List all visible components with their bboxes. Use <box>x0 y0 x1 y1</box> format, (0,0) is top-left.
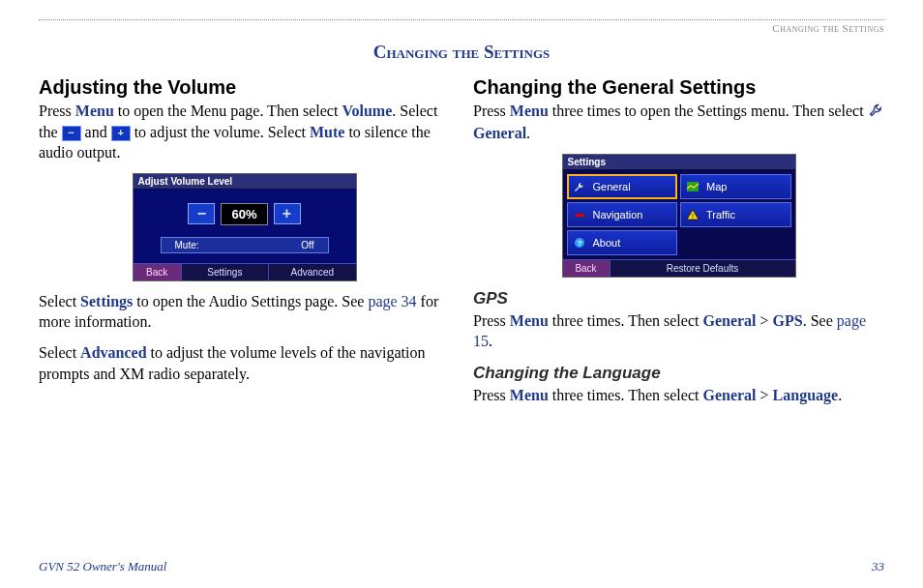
ss2-about[interactable]: ? About <box>567 230 678 255</box>
svg-text:?: ? <box>577 239 581 248</box>
ss1-back-button[interactable]: Back <box>134 264 182 280</box>
wrench-icon <box>572 181 587 192</box>
heading-gps: GPS <box>473 289 884 309</box>
ss1-title: Adjust Volume Level <box>134 174 356 190</box>
heading-general-settings: Changing the General Settings <box>473 76 884 99</box>
ss2-restore-button[interactable]: Restore Defaults <box>610 260 795 277</box>
kw-general-3: General <box>702 387 756 403</box>
ss2-map[interactable]: Map <box>680 174 791 199</box>
kw-advanced: Advanced <box>80 344 146 361</box>
svg-point-2 <box>581 217 582 219</box>
settings-paragraph: Select Settings to open the Audio Settin… <box>39 291 450 333</box>
kw-general: General <box>473 125 526 141</box>
adjust-volume-intro: Press Menu to open the Menu page. Then s… <box>39 101 450 163</box>
car-icon <box>572 209 587 220</box>
minus-icon: − <box>62 126 81 141</box>
wrench-icon <box>868 103 883 124</box>
ss2-back-button[interactable]: Back <box>563 260 610 277</box>
ss2-general[interactable]: General <box>567 174 678 199</box>
about-icon: ? <box>572 237 587 249</box>
ss1-advanced-button[interactable]: Advanced <box>269 264 355 280</box>
heading-language: Changing the Language <box>473 364 884 383</box>
kw-mute: Mute <box>310 124 344 140</box>
left-column: Adjusting the Volume Press Menu to open … <box>39 76 450 416</box>
kw-menu-4: Menu <box>510 387 549 403</box>
mute-label: Mute: <box>175 240 199 250</box>
vol-minus-button[interactable]: − <box>188 203 215 224</box>
footer-manual: GVN 52 Owner's Manual <box>39 559 166 574</box>
kw-menu-3: Menu <box>510 312 549 329</box>
kw-menu-2: Menu <box>510 103 549 119</box>
kw-volume: Volume <box>342 103 392 119</box>
running-header: Changing the Settings <box>39 22 884 34</box>
kw-gps: GPS <box>773 312 803 329</box>
ss2-navigation[interactable]: Navigation <box>567 202 678 227</box>
plus-icon: + <box>111 126 131 141</box>
svg-text:!: ! <box>692 212 694 219</box>
mute-value: Off <box>301 240 313 250</box>
vol-percent: 60% <box>221 203 267 225</box>
general-intro: Press Menu three times to open the Setti… <box>473 101 884 144</box>
kw-menu: Menu <box>75 103 114 119</box>
mute-row[interactable]: Mute: Off <box>161 237 329 253</box>
right-column: Changing the General Settings Press Menu… <box>473 76 884 416</box>
kw-language: Language <box>773 387 839 403</box>
advanced-paragraph: Select Advanced to adjust the volume lev… <box>39 342 450 384</box>
svg-point-1 <box>575 217 577 219</box>
kw-settings: Settings <box>80 293 133 309</box>
ss1-settings-button[interactable]: Settings <box>182 264 269 280</box>
vol-plus-button[interactable]: + <box>274 203 301 224</box>
gps-paragraph: Press Menu three times. Then select Gene… <box>473 310 884 352</box>
screenshot-settings: Settings General Map Navigation ! Traffi… <box>562 154 796 278</box>
page-title: Changing the Settings <box>39 42 884 63</box>
language-paragraph: Press Menu three times. Then select Gene… <box>473 385 884 406</box>
ss2-title: Settings <box>563 155 795 170</box>
traffic-icon: ! <box>685 209 700 220</box>
ss2-traffic[interactable]: ! Traffic <box>680 202 791 227</box>
footer-page-number: 33 <box>872 559 884 574</box>
page34-link[interactable]: page 34 <box>368 293 416 309</box>
kw-general-2: General <box>702 312 756 329</box>
screenshot-volume: Adjust Volume Level − 60% + Mute: Off Ba… <box>133 173 357 281</box>
map-icon <box>685 181 700 192</box>
heading-adjust-volume: Adjusting the Volume <box>39 76 450 99</box>
